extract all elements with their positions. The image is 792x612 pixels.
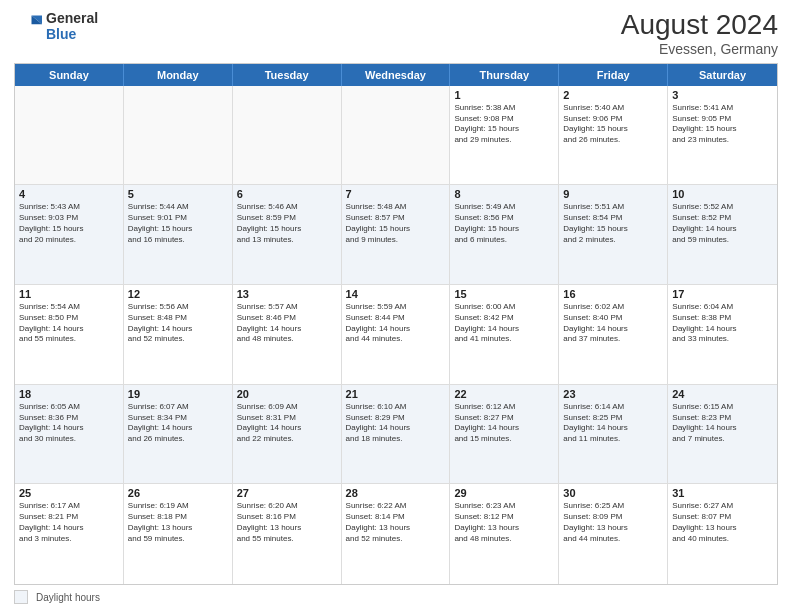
cell-date: 22 [454, 388, 554, 400]
day-header-monday: Monday [124, 64, 233, 86]
cell-date: 28 [346, 487, 446, 499]
calendar-cell [342, 86, 451, 185]
calendar-row: 11Sunrise: 5:54 AM Sunset: 8:50 PM Dayli… [15, 285, 777, 385]
cell-date: 7 [346, 188, 446, 200]
calendar-cell: 29Sunrise: 6:23 AM Sunset: 8:12 PM Dayli… [450, 484, 559, 584]
calendar-cell: 3Sunrise: 5:41 AM Sunset: 9:05 PM Daylig… [668, 86, 777, 185]
day-header-wednesday: Wednesday [342, 64, 451, 86]
cell-date: 10 [672, 188, 773, 200]
cell-info: Sunrise: 5:59 AM Sunset: 8:44 PM Dayligh… [346, 302, 446, 345]
logo-text: General Blue [46, 10, 98, 42]
day-header-tuesday: Tuesday [233, 64, 342, 86]
calendar-cell: 28Sunrise: 6:22 AM Sunset: 8:14 PM Dayli… [342, 484, 451, 584]
cell-info: Sunrise: 6:09 AM Sunset: 8:31 PM Dayligh… [237, 402, 337, 445]
calendar-cell: 18Sunrise: 6:05 AM Sunset: 8:36 PM Dayli… [15, 385, 124, 484]
logo-general: General [46, 10, 98, 26]
calendar-cell: 26Sunrise: 6:19 AM Sunset: 8:18 PM Dayli… [124, 484, 233, 584]
calendar-cell: 13Sunrise: 5:57 AM Sunset: 8:46 PM Dayli… [233, 285, 342, 384]
cell-date: 29 [454, 487, 554, 499]
calendar-cell: 19Sunrise: 6:07 AM Sunset: 8:34 PM Dayli… [124, 385, 233, 484]
cell-date: 18 [19, 388, 119, 400]
cell-date: 20 [237, 388, 337, 400]
calendar-row: 4Sunrise: 5:43 AM Sunset: 9:03 PM Daylig… [15, 185, 777, 285]
page: General Blue August 2024 Evessen, German… [0, 0, 792, 612]
cell-date: 19 [128, 388, 228, 400]
legend-label: Daylight hours [36, 592, 100, 603]
cell-date: 12 [128, 288, 228, 300]
header: General Blue August 2024 Evessen, German… [14, 10, 778, 57]
cell-info: Sunrise: 6:17 AM Sunset: 8:21 PM Dayligh… [19, 501, 119, 544]
cell-date: 3 [672, 89, 773, 101]
cell-date: 4 [19, 188, 119, 200]
cell-date: 14 [346, 288, 446, 300]
cell-date: 5 [128, 188, 228, 200]
cell-info: Sunrise: 6:22 AM Sunset: 8:14 PM Dayligh… [346, 501, 446, 544]
cell-date: 8 [454, 188, 554, 200]
cell-date: 11 [19, 288, 119, 300]
calendar-cell [233, 86, 342, 185]
calendar-cell: 2Sunrise: 5:40 AM Sunset: 9:06 PM Daylig… [559, 86, 668, 185]
logo-icon [14, 12, 42, 40]
cell-info: Sunrise: 6:02 AM Sunset: 8:40 PM Dayligh… [563, 302, 663, 345]
logo: General Blue [14, 10, 98, 42]
cell-info: Sunrise: 5:46 AM Sunset: 8:59 PM Dayligh… [237, 202, 337, 245]
calendar-cell: 25Sunrise: 6:17 AM Sunset: 8:21 PM Dayli… [15, 484, 124, 584]
calendar-cell: 24Sunrise: 6:15 AM Sunset: 8:23 PM Dayli… [668, 385, 777, 484]
cell-info: Sunrise: 5:38 AM Sunset: 9:08 PM Dayligh… [454, 103, 554, 146]
calendar-cell: 6Sunrise: 5:46 AM Sunset: 8:59 PM Daylig… [233, 185, 342, 284]
calendar-cell [15, 86, 124, 185]
cell-info: Sunrise: 6:15 AM Sunset: 8:23 PM Dayligh… [672, 402, 773, 445]
cell-info: Sunrise: 6:00 AM Sunset: 8:42 PM Dayligh… [454, 302, 554, 345]
cell-info: Sunrise: 5:52 AM Sunset: 8:52 PM Dayligh… [672, 202, 773, 245]
logo-blue: Blue [46, 26, 98, 42]
cell-info: Sunrise: 5:49 AM Sunset: 8:56 PM Dayligh… [454, 202, 554, 245]
calendar-cell: 4Sunrise: 5:43 AM Sunset: 9:03 PM Daylig… [15, 185, 124, 284]
day-header-saturday: Saturday [668, 64, 777, 86]
calendar-cell: 7Sunrise: 5:48 AM Sunset: 8:57 PM Daylig… [342, 185, 451, 284]
cell-date: 9 [563, 188, 663, 200]
calendar-cell: 15Sunrise: 6:00 AM Sunset: 8:42 PM Dayli… [450, 285, 559, 384]
cell-date: 17 [672, 288, 773, 300]
calendar-cell: 11Sunrise: 5:54 AM Sunset: 8:50 PM Dayli… [15, 285, 124, 384]
day-headers: SundayMondayTuesdayWednesdayThursdayFrid… [15, 64, 777, 86]
cell-info: Sunrise: 5:43 AM Sunset: 9:03 PM Dayligh… [19, 202, 119, 245]
cell-date: 1 [454, 89, 554, 101]
calendar-cell: 5Sunrise: 5:44 AM Sunset: 9:01 PM Daylig… [124, 185, 233, 284]
cell-date: 23 [563, 388, 663, 400]
month-year: August 2024 [621, 10, 778, 41]
cell-date: 30 [563, 487, 663, 499]
cell-info: Sunrise: 5:56 AM Sunset: 8:48 PM Dayligh… [128, 302, 228, 345]
calendar-cell: 30Sunrise: 6:25 AM Sunset: 8:09 PM Dayli… [559, 484, 668, 584]
cell-info: Sunrise: 6:04 AM Sunset: 8:38 PM Dayligh… [672, 302, 773, 345]
legend-box [14, 590, 28, 604]
calendar-cell: 21Sunrise: 6:10 AM Sunset: 8:29 PM Dayli… [342, 385, 451, 484]
calendar-row: 25Sunrise: 6:17 AM Sunset: 8:21 PM Dayli… [15, 484, 777, 584]
cell-info: Sunrise: 5:40 AM Sunset: 9:06 PM Dayligh… [563, 103, 663, 146]
cell-info: Sunrise: 6:20 AM Sunset: 8:16 PM Dayligh… [237, 501, 337, 544]
calendar-cell: 17Sunrise: 6:04 AM Sunset: 8:38 PM Dayli… [668, 285, 777, 384]
cell-info: Sunrise: 6:25 AM Sunset: 8:09 PM Dayligh… [563, 501, 663, 544]
cell-info: Sunrise: 5:51 AM Sunset: 8:54 PM Dayligh… [563, 202, 663, 245]
cell-info: Sunrise: 6:23 AM Sunset: 8:12 PM Dayligh… [454, 501, 554, 544]
cell-date: 2 [563, 89, 663, 101]
cell-info: Sunrise: 6:10 AM Sunset: 8:29 PM Dayligh… [346, 402, 446, 445]
calendar-cell: 12Sunrise: 5:56 AM Sunset: 8:48 PM Dayli… [124, 285, 233, 384]
calendar-cell [124, 86, 233, 185]
calendar-cell: 20Sunrise: 6:09 AM Sunset: 8:31 PM Dayli… [233, 385, 342, 484]
calendar-row: 1Sunrise: 5:38 AM Sunset: 9:08 PM Daylig… [15, 86, 777, 186]
cell-info: Sunrise: 5:57 AM Sunset: 8:46 PM Dayligh… [237, 302, 337, 345]
cell-date: 25 [19, 487, 119, 499]
location: Evessen, Germany [621, 41, 778, 57]
cell-date: 15 [454, 288, 554, 300]
day-header-thursday: Thursday [450, 64, 559, 86]
cell-date: 24 [672, 388, 773, 400]
cell-date: 16 [563, 288, 663, 300]
cell-info: Sunrise: 5:54 AM Sunset: 8:50 PM Dayligh… [19, 302, 119, 345]
cell-date: 6 [237, 188, 337, 200]
cell-info: Sunrise: 6:05 AM Sunset: 8:36 PM Dayligh… [19, 402, 119, 445]
calendar-cell: 31Sunrise: 6:27 AM Sunset: 8:07 PM Dayli… [668, 484, 777, 584]
cell-info: Sunrise: 6:07 AM Sunset: 8:34 PM Dayligh… [128, 402, 228, 445]
calendar-cell: 16Sunrise: 6:02 AM Sunset: 8:40 PM Dayli… [559, 285, 668, 384]
cell-info: Sunrise: 6:12 AM Sunset: 8:27 PM Dayligh… [454, 402, 554, 445]
calendar-cell: 9Sunrise: 5:51 AM Sunset: 8:54 PM Daylig… [559, 185, 668, 284]
